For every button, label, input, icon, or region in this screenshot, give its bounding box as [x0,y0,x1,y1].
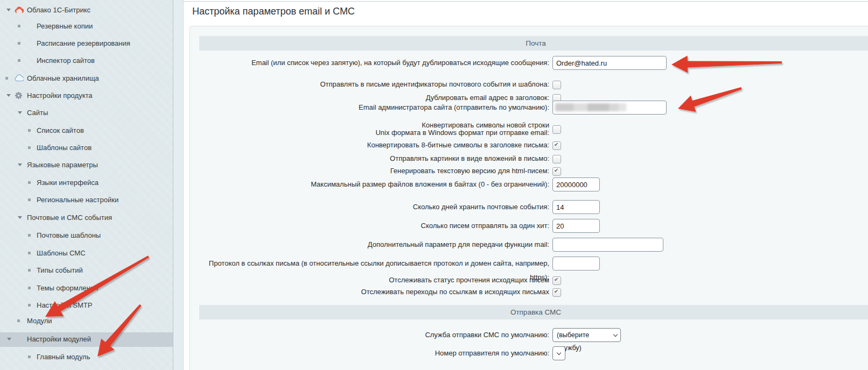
sidebar-item-label: Облако 1С-Битрикс [27,6,90,14]
convert-8bit-checkbox[interactable] [552,141,561,150]
sidebar-item-label: Настройки SMTP [37,301,92,309]
mails-per-hit-input[interactable] [552,219,600,233]
form-row: Email (или список через запятую), на кот… [0,56,868,70]
form-row: Email администратора сайта (отправитель … [0,101,868,115]
form-row: Сколько дней хранить почтовые события: [0,200,868,214]
redacted-value [555,103,626,111]
bullet-icon [17,319,20,322]
bullet-icon [28,304,31,307]
sidebar-item-1[interactable]: Облако 1С-Битрикс [0,5,173,15]
field-label: Отправлять в письме идентификаторы почто… [190,77,549,91]
sidebar-item-3[interactable]: Расписание резервирования [0,39,173,48]
max-attach-size-input[interactable] [552,177,600,191]
send-ids-checkbox[interactable] [552,81,561,89]
sms-sender-select[interactable] [552,346,565,360]
field-label: Email (или список через запятую), на кот… [190,56,549,70]
field-label: Максимальный размер файлов вложения в ба… [190,177,549,191]
days-keep-input[interactable] [552,200,600,214]
section-heading-sms: Отправка СМС [199,305,868,319]
sidebar-item-18[interactable]: Настройки SMTP [0,301,173,310]
section-heading-mail: Почта [199,36,868,51]
page-title: Настройка параметров email и СМС [192,6,355,17]
content-top-border [183,1,868,2]
sidebar-item-label: Расписание резервирования [37,39,130,47]
field-label: Генерировать текстовую версию для html-п… [190,164,549,178]
bullet-icon [28,234,31,237]
convert-newline-checkbox[interactable] [552,125,561,134]
form-row: Конвертировать символы новой строки Unix… [0,122,868,137]
track-click-checkbox[interactable] [552,288,561,297]
track-read-checkbox[interactable] [552,276,561,285]
chevron-down-icon [613,332,618,337]
images-attach-checkbox[interactable] [552,155,561,163]
bullet-icon [28,252,31,254]
sidebar-item-19[interactable]: Модули [0,316,173,325]
field-label: Номер отправителя по умолчанию: [190,346,549,360]
field-label: Конвертировать 8-битные символы в заголо… [190,138,549,152]
bullet-icon [18,25,20,27]
expand-triangle-icon[interactable] [6,9,11,11]
mail-param-input[interactable] [552,238,663,252]
field-label: Служба отправки СМС по умолчанию: [190,328,549,342]
form-row: Сколько писем отправлять за один хит: [0,219,868,233]
chevron-down-icon [557,351,561,355]
field-label: Email администратора сайта (отправитель … [190,101,549,115]
link-protocol-input[interactable] [552,257,600,271]
field-label: Дополнительный параметр для передачи фун… [190,238,549,252]
form-row: Номер отправителя по умолчанию: [0,346,868,360]
form-row: Максимальный размер файлов вложения в ба… [0,177,868,191]
field-label: Отслеживать переходы по ссылкам в исходя… [190,285,549,299]
sidebar-item-label: Модули [27,317,52,325]
sidebar-item-2[interactable]: Резервные копии [0,22,173,31]
text-version-checkbox[interactable] [552,167,561,176]
form-row: Дополнительный параметр для передачи фун… [0,238,868,252]
form-row: Служба отправки СМС по умолчанию: (выбер… [0,328,868,342]
form-row: Генерировать текстовую версию для html-п… [0,164,868,178]
form-row: Отслеживать переходы по ссылкам в исходя… [0,285,868,299]
field-label: Сколько дней хранить почтовые события: [190,200,549,214]
dup-email-input[interactable] [552,56,667,70]
bitrix-cloud-icon [15,6,24,13]
field-label: Сколько писем отправлять за один хит: [190,219,549,233]
bullet-icon [18,42,20,45]
field-label: Конвертировать символы новой строки Unix… [190,122,549,137]
sms-service-select[interactable]: (выберите службу) [552,328,621,342]
form-row: Конвертировать 8-битные символы в заголо… [0,138,868,152]
form-row: Отправлять в письме идентификаторы почто… [0,77,868,91]
sidebar-item-label: Резервные копии [37,22,93,30]
form-row: Протокол в ссылках письма (в относительн… [0,257,868,271]
